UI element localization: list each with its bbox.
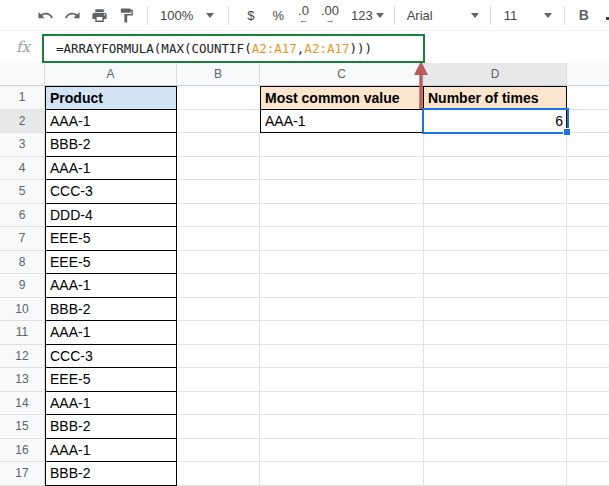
cell-E14[interactable]: [567, 392, 609, 416]
cell-C9[interactable]: [260, 274, 424, 298]
cell-A15[interactable]: BBB-2: [45, 415, 177, 439]
cell-B8[interactable]: [177, 251, 260, 275]
cell-A7[interactable]: EEE-5: [45, 227, 177, 251]
cell-E7[interactable]: [567, 227, 609, 251]
cell-B7[interactable]: [177, 227, 260, 251]
row-number-15[interactable]: 15: [0, 415, 45, 439]
selected-cell-outline[interactable]: [422, 108, 569, 134]
cell-D6[interactable]: [424, 204, 567, 228]
cell-B2[interactable]: [177, 110, 260, 134]
italic-button-partial[interactable]: [606, 17, 609, 20]
cell-D16[interactable]: [424, 439, 567, 463]
row-number-14[interactable]: 14: [0, 392, 45, 416]
paint-format-icon[interactable]: [117, 6, 135, 24]
cell-C4[interactable]: [260, 157, 424, 181]
cell-D12[interactable]: [424, 345, 567, 369]
fill-handle[interactable]: [563, 128, 571, 136]
cell-E16[interactable]: [567, 439, 609, 463]
row-number-6[interactable]: 6: [0, 204, 45, 228]
cell-D11[interactable]: [424, 321, 567, 345]
row-number-13[interactable]: 13: [0, 368, 45, 392]
cell-E10[interactable]: [567, 298, 609, 322]
column-header-A[interactable]: A: [45, 63, 177, 86]
cell-A8[interactable]: EEE-5: [45, 251, 177, 275]
cell-B1[interactable]: [177, 86, 260, 110]
cell-D10[interactable]: [424, 298, 567, 322]
row-number-4[interactable]: 4: [0, 157, 45, 181]
cell-C16[interactable]: [260, 439, 424, 463]
cell-B5[interactable]: [177, 180, 260, 204]
cell-E12[interactable]: [567, 345, 609, 369]
cell-B16[interactable]: [177, 439, 260, 463]
increase-decimal-button[interactable]: .00 →: [321, 6, 339, 25]
cell-A6[interactable]: DDD-4: [45, 204, 177, 228]
cell-C13[interactable]: [260, 368, 424, 392]
font-size-select[interactable]: 11: [504, 8, 552, 23]
cell-C7[interactable]: [260, 227, 424, 251]
cell-D15[interactable]: [424, 415, 567, 439]
cell-C3[interactable]: [260, 133, 424, 157]
cell-A1[interactable]: Product: [45, 86, 177, 110]
cell-D9[interactable]: [424, 274, 567, 298]
column-header-C[interactable]: C: [260, 63, 424, 86]
cell-C6[interactable]: [260, 204, 424, 228]
cell-A14[interactable]: AAA-1: [45, 392, 177, 416]
more-formats-button[interactable]: 123: [351, 8, 384, 23]
cell-B14[interactable]: [177, 392, 260, 416]
row-number-7[interactable]: 7: [0, 227, 45, 251]
cell-B9[interactable]: [177, 274, 260, 298]
cell-E5[interactable]: [567, 180, 609, 204]
decrease-decimal-button[interactable]: .0 ←: [298, 6, 309, 25]
row-number-3[interactable]: 3: [0, 133, 45, 157]
formula-input[interactable]: =ARRAYFORMULA(MAX(COUNTIF(A2:A17,A2:A17)…: [42, 34, 425, 63]
cell-C8[interactable]: [260, 251, 424, 275]
row-number-11[interactable]: 11: [0, 321, 45, 345]
cell-B17[interactable]: [177, 462, 260, 486]
column-header-E-partial[interactable]: [567, 63, 609, 86]
row-number-10[interactable]: 10: [0, 298, 45, 322]
cell-D14[interactable]: [424, 392, 567, 416]
cell-B15[interactable]: [177, 415, 260, 439]
cell-C14[interactable]: [260, 392, 424, 416]
cell-E13[interactable]: [567, 368, 609, 392]
cell-A12[interactable]: CCC-3: [45, 345, 177, 369]
cell-A3[interactable]: BBB-2: [45, 133, 177, 157]
cell-C17[interactable]: [260, 462, 424, 486]
cell-A16[interactable]: AAA-1: [45, 439, 177, 463]
cell-E4[interactable]: [567, 157, 609, 181]
row-number-8[interactable]: 8: [0, 251, 45, 275]
cell-C2[interactable]: AAA-1: [260, 110, 424, 134]
row-number-17[interactable]: 17: [0, 462, 45, 486]
cell-E15[interactable]: [567, 415, 609, 439]
cell-D3[interactable]: [424, 133, 567, 157]
row-number-5[interactable]: 5: [0, 180, 45, 204]
percent-format-button[interactable]: %: [272, 8, 284, 23]
row-number-9[interactable]: 9: [0, 274, 45, 298]
cell-E11[interactable]: [567, 321, 609, 345]
redo-icon[interactable]: [63, 6, 81, 24]
cell-C11[interactable]: [260, 321, 424, 345]
cell-C10[interactable]: [260, 298, 424, 322]
cell-A13[interactable]: EEE-5: [45, 368, 177, 392]
row-number-12[interactable]: 12: [0, 345, 45, 369]
row-number-16[interactable]: 16: [0, 439, 45, 463]
cell-A17[interactable]: BBB-2: [45, 462, 177, 486]
cell-B10[interactable]: [177, 298, 260, 322]
cell-C15[interactable]: [260, 415, 424, 439]
cell-A2[interactable]: AAA-1: [45, 110, 177, 134]
cell-E6[interactable]: [567, 204, 609, 228]
cell-D1[interactable]: Number of times: [424, 86, 567, 110]
row-number-2[interactable]: 2: [0, 110, 45, 134]
cell-D17[interactable]: [424, 462, 567, 486]
cell-B3[interactable]: [177, 133, 260, 157]
cell-E9[interactable]: [567, 274, 609, 298]
cell-B12[interactable]: [177, 345, 260, 369]
cell-B6[interactable]: [177, 204, 260, 228]
undo-icon[interactable]: [36, 6, 54, 24]
cell-E1[interactable]: [567, 86, 609, 110]
cell-C1[interactable]: Most common value: [260, 86, 424, 110]
cell-D7[interactable]: [424, 227, 567, 251]
cell-D13[interactable]: [424, 368, 567, 392]
select-all-corner[interactable]: [0, 63, 45, 86]
column-header-B[interactable]: B: [177, 63, 260, 86]
